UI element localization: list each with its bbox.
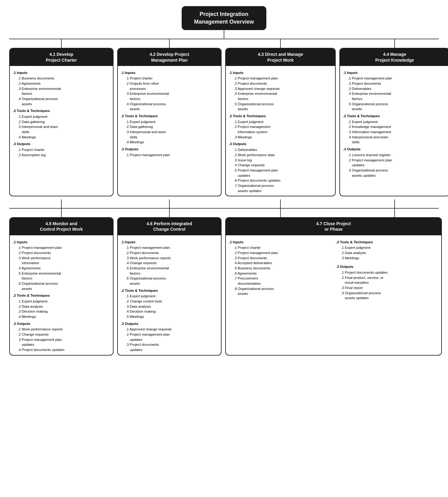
p44-inputs-title: .1 Inputs <box>343 70 446 75</box>
p45-input-5: .5 Enterprise environmental factors <box>18 271 110 281</box>
p44-tool-3: .3 Information management <box>348 129 446 135</box>
p43-tool-3: .3 Meetings <box>234 135 332 140</box>
p42-tool-2: .2 Data gathering <box>126 124 218 129</box>
process-43: 4.3 Direct and ManageProject Work .1 Inp… <box>225 48 336 196</box>
process-45-body: .1 Inputs .1 Project management plan .2 … <box>10 235 113 355</box>
p45-input-6: .6 Organizational process assets <box>18 281 110 291</box>
process-46-header: 4.6 Perform IntegratedChange Control <box>118 218 221 235</box>
p44-input-3: .3 Deliverables <box>348 86 446 91</box>
p43-output-6: .6 Project documents updates <box>234 178 332 183</box>
title-connector <box>224 30 224 39</box>
p42-input-4: .4 Organizational process assets <box>126 102 218 112</box>
process-44: 4.4 ManageProject Knowledge .1 Inputs .1… <box>339 48 448 196</box>
p47-inputs-title: .1 Inputs <box>229 240 331 245</box>
p44-tool-1: .1 Expert judgment <box>348 119 446 125</box>
p44-input-2: .2 Project documents <box>348 81 446 86</box>
p41-tool-4: .4 Meetings <box>18 135 110 140</box>
p43-input-2: .2 Project documents <box>234 81 332 86</box>
top-h-bar <box>9 39 439 39</box>
bottom-row: 4.5 Monitor andControl Project Work .1 I… <box>9 217 439 355</box>
p43-output-3: .3 Issue log <box>234 158 332 163</box>
top-h-bar-container <box>9 39 439 39</box>
p46-input-1: .1 Project management plan <box>126 245 218 250</box>
p42-tool-3: .3 Interpersonal and team skills <box>126 129 218 140</box>
p46-tool-5: .5 Meetings <box>126 314 218 319</box>
process-47-header: 4.7 Close Projector Phase <box>226 218 441 235</box>
p47-input-6: .6 Agreements <box>234 271 331 276</box>
process-42: 4.2 Develop ProjectManagement Plan .1 In… <box>117 48 222 196</box>
mid-h-bar <box>9 208 439 209</box>
p46-input-6: .6 Organizational process assets <box>126 276 218 286</box>
p44-outputs-title: .3 Outputs <box>343 147 446 152</box>
process-44-header: 4.4 ManageProject Knowledge <box>340 48 448 66</box>
p42-input-2: .2 Outputs from other processes <box>126 81 218 91</box>
p41-tool-2: .2 Data gathering <box>18 119 110 125</box>
p47-output-1: .1 Project documents updates <box>341 270 438 275</box>
mid-vert-lines <box>9 199 439 208</box>
p41-input-4: .4 Organizational process assets <box>18 96 110 106</box>
p47-tool-3: .3 Meetings <box>341 256 438 261</box>
p44-output-1: .1 Lessons learned register <box>348 152 446 158</box>
p47-col1: .1 Inputs .1 Project charter .2 Project … <box>229 238 331 301</box>
mid-h-bar-container <box>9 208 439 209</box>
process-47-body: .1 Inputs .1 Project charter .2 Project … <box>226 235 441 303</box>
p43-tools-title: .2 Tools & Techniques <box>229 114 332 119</box>
p42-tool-1: .1 Expert judgment <box>126 119 218 125</box>
p46-output-2: .2 Project management plan updates <box>126 332 218 342</box>
process-44-body: .1 Inputs .1 Project management plan .2 … <box>340 66 448 180</box>
process-45: 4.5 Monitor andControl Project Work .1 I… <box>9 217 114 355</box>
p45-tool-4: .4 Meetings <box>18 314 110 319</box>
p47-input-7: .7 Procurement documentation <box>234 276 331 286</box>
p45-tool-3: .3 Decision making <box>18 309 110 314</box>
p42-outputs-title: .3 Outputs <box>121 147 218 152</box>
p43-output-4: .4 Change requests <box>234 163 332 168</box>
p47-input-1: .1 Project charter <box>234 245 331 250</box>
p42-inputs-title: .1 Inputs <box>121 70 218 75</box>
p44-input-5: .5 Organizational process assets <box>348 102 446 112</box>
p42-input-1: .1 Project charter <box>126 76 218 81</box>
p45-input-4: .4 Agreements <box>18 266 110 271</box>
p43-tool-1: .1 Expert judgment <box>234 119 332 125</box>
p47-output-4: .4 Organizational process assets updates <box>341 291 438 301</box>
p43-output-7: .7 Organizational process assets updates <box>234 183 332 193</box>
p46-input-3: .3 Work performance reports <box>126 256 218 261</box>
p45-tool-2: .2 Data analysis <box>18 304 110 309</box>
p45-output-4: .4 Project documents updates <box>18 347 110 353</box>
p41-output-2: .2 Assumption log <box>18 152 110 158</box>
p47-output-2: .2 Final product, service, or result tra… <box>341 275 438 285</box>
process-43-body: .1 Inputs .1 Project management plan .2 … <box>226 66 335 196</box>
p47-output-3: .3 Final report <box>341 285 438 291</box>
p45-outputs-title: .3 Outputs <box>13 321 110 326</box>
p44-output-2: .2 Project management plan updates <box>348 158 446 168</box>
p41-input-3: .3 Enterprise environmental factors <box>18 86 110 96</box>
p43-input-3: .3 Approved change requests <box>234 86 332 91</box>
p46-tools-title: .2 Tools & Techniques <box>121 288 218 293</box>
p45-inputs-title: .1 Inputs <box>13 240 110 245</box>
p42-tool-4: .4 Meetings <box>126 140 218 145</box>
p46-tool-2: .2 Change control tools <box>126 299 218 304</box>
p43-outputs-title: .3 Outputs <box>229 141 332 147</box>
main-title: Project Integration Management Overview <box>182 6 266 30</box>
p46-inputs-title: .1 Inputs <box>121 240 218 245</box>
p43-output-2: .2 Work performance data <box>234 152 332 158</box>
p42-output-1: .1 Project management plan <box>126 152 218 158</box>
p46-output-1: .1 Approved change requests <box>126 327 218 332</box>
p45-tool-1: .1 Expert judgment <box>18 299 110 304</box>
process-45-header: 4.5 Monitor andControl Project Work <box>10 218 113 235</box>
page-container: Project Integration Management Overview … <box>6 6 442 356</box>
p47-tool-1: .1 Expert judgment <box>341 245 438 250</box>
p44-tool-4: .4 Interpersonal and team skills <box>348 135 446 145</box>
p41-outputs-title: .3 Outputs <box>13 141 110 147</box>
p43-output-1: .1 Deliverables <box>234 147 332 152</box>
p43-inputs-title: .1 Inputs <box>229 70 332 75</box>
process-46: 4.6 Perform IntegratedChange Control .1 … <box>117 217 222 355</box>
p41-tool-3: .3 Interpersonal and team skills <box>18 124 110 134</box>
process-47: 4.7 Close Projector Phase .1 Inputs .1 P… <box>225 217 442 355</box>
p41-input-2: .2 Agreements <box>18 81 110 86</box>
p42-input-3: .3 Enterprise environmental factors <box>126 91 218 101</box>
p43-output-5: .5 Project management plan updates <box>234 168 332 178</box>
bot-vert-lines <box>9 209 439 217</box>
p44-input-4: .4 Enterprise environmental factors <box>348 91 446 101</box>
p41-inputs-title: .1 Inputs <box>13 70 110 75</box>
p45-tools-title: .2 Tools & Techniques <box>13 293 110 298</box>
